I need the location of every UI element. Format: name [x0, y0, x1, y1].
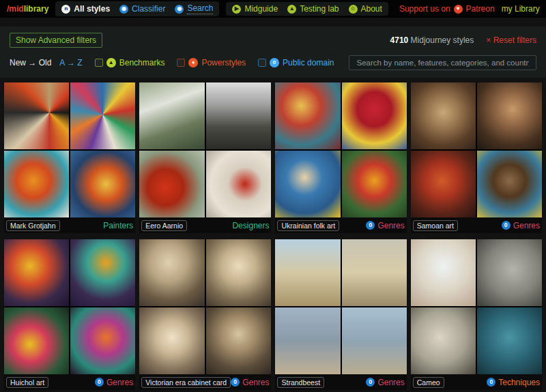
- styles-count: 4710 Midjourney styles: [390, 35, 474, 45]
- style-category[interactable]: 0 Painters: [103, 221, 133, 230]
- style-collage: [275, 82, 406, 217]
- public-domain-icon: 0: [366, 221, 375, 230]
- classifier-icon: ◉: [119, 5, 128, 14]
- support-patreon-link[interactable]: Support us on ♥ Patreon: [399, 4, 495, 14]
- style-category[interactable]: 0 Genres: [502, 221, 540, 230]
- my-library-link[interactable]: my Library: [502, 4, 540, 14]
- category-label: Genres: [513, 221, 540, 230]
- sort-a-z[interactable]: A → Z: [59, 58, 82, 67]
- style-category[interactable]: 0 Techniques: [487, 378, 540, 387]
- collage-image: [411, 307, 476, 374]
- style-category[interactable]: 0 Genres: [95, 378, 133, 387]
- style-collage: [139, 239, 271, 374]
- search-input[interactable]: [349, 55, 536, 70]
- style-category[interactable]: 0 Genres: [231, 378, 269, 387]
- collage-image: [139, 239, 205, 306]
- style-category[interactable]: 0 Designers: [232, 221, 269, 230]
- style-name[interactable]: Victorian era cabinet card: [141, 377, 231, 388]
- collage-image: [342, 239, 407, 306]
- style-card-eero-aarnio[interactable]: Eero Aarnio 0 Designers: [139, 82, 271, 233]
- card-caption: Huichol art 0 Genres: [4, 374, 135, 390]
- category-label: Genres: [377, 221, 404, 230]
- card-caption: Samoan art 0 Genres: [411, 217, 542, 233]
- style-name[interactable]: Eero Aarnio: [141, 220, 187, 231]
- reset-filters-button[interactable]: × Reset filters: [486, 35, 536, 45]
- style-card-ukrainian-folk-art[interactable]: Ukrainian folk art 0 Genres: [275, 82, 406, 233]
- sort-new-old[interactable]: New → Old: [10, 58, 51, 67]
- nav-item-classifier[interactable]: ◉ Classifier: [119, 4, 165, 14]
- support-text: Support us on: [399, 4, 450, 14]
- category-label: Painters: [103, 221, 133, 230]
- patreon-heart-icon: ♥: [454, 5, 463, 14]
- testing-lab-icon: ▲: [287, 5, 296, 14]
- about-icon: ☺: [349, 5, 358, 14]
- styles-count-number: 4710: [390, 35, 409, 45]
- nav-group-guides: ▶ Midguide ▲ Testing lab ☺ About: [226, 2, 388, 16]
- card-caption: Strandbeest 0 Genres: [275, 374, 406, 390]
- styles-count-label: Midjourney styles: [411, 35, 474, 45]
- filter-panel: Show Advanced filters 4710 Midjourney st…: [0, 27, 546, 78]
- show-advanced-filters-button[interactable]: Show Advanced filters: [10, 33, 102, 48]
- style-card-cameo[interactable]: Cameo 0 Techniques: [411, 239, 542, 390]
- style-name[interactable]: Mark Grotjahn: [6, 220, 60, 231]
- style-name[interactable]: Strandbeest: [277, 377, 324, 388]
- card-caption: Eero Aarnio 0 Designers: [139, 217, 271, 233]
- style-name[interactable]: Ukrainian folk art: [277, 220, 339, 231]
- style-collage: [411, 239, 542, 374]
- collage-image: [70, 151, 135, 217]
- search-icon: ◉: [175, 5, 184, 14]
- public-domain-checkbox[interactable]: [258, 59, 266, 67]
- nav-label: Search: [187, 3, 213, 14]
- midguide-icon: ▶: [232, 5, 241, 14]
- category-label: Genres: [242, 378, 269, 387]
- collage-image: [275, 239, 340, 306]
- collage-image: [275, 82, 340, 149]
- benchmarks-checkbox[interactable]: [95, 59, 103, 67]
- style-card-mark-grotjahn[interactable]: Mark Grotjahn 0 Painters: [4, 82, 135, 233]
- collage-image: [342, 82, 407, 149]
- filter-row-top: Show Advanced filters 4710 Midjourney st…: [10, 33, 536, 48]
- style-card-huichol-art[interactable]: Huichol art 0 Genres: [4, 239, 135, 390]
- collage-image: [206, 307, 272, 374]
- style-collage: [4, 82, 135, 217]
- style-card-samoan-art[interactable]: Samoan art 0 Genres: [411, 82, 542, 233]
- style-category[interactable]: 0 Genres: [366, 221, 404, 230]
- powerstyles-checkbox[interactable]: [177, 59, 185, 67]
- style-card-victorian-era-cabinet-card[interactable]: Victorian era cabinet card 0 Genres: [139, 239, 271, 390]
- collage-image: [139, 151, 205, 217]
- style-name[interactable]: Samoan art: [413, 220, 458, 231]
- nav-item-all-styles[interactable]: n All styles: [61, 4, 110, 14]
- style-collage: [4, 239, 135, 374]
- toggle-public-domain[interactable]: 0 Public domain: [258, 58, 334, 67]
- card-caption: Cameo 0 Techniques: [411, 374, 542, 390]
- powerstyles-flame-icon: ♦: [188, 58, 198, 67]
- nav-label: All styles: [74, 4, 110, 14]
- collage-image: [206, 151, 272, 217]
- nav-label: Testing lab: [300, 4, 339, 14]
- filter-row-sort: New → Old A → Z ▲ Benchmarks ♦ Powerstyl…: [10, 55, 536, 70]
- toggle-label: Public domain: [283, 58, 334, 67]
- style-category[interactable]: 0 Genres: [366, 378, 404, 387]
- toggle-label: Benchmarks: [119, 58, 165, 67]
- benchmarks-icon: ▲: [106, 58, 116, 67]
- site-logo[interactable]: /midlibrary: [7, 4, 48, 14]
- nav-item-search[interactable]: ◉ Search: [175, 3, 213, 14]
- style-collage: [139, 82, 271, 217]
- collage-image: [342, 151, 407, 217]
- toggle-powerstyles[interactable]: ♦ Powerstyles: [177, 58, 246, 67]
- nav-item-testing-lab[interactable]: ▲ Testing lab: [287, 4, 339, 14]
- style-name[interactable]: Cameo: [413, 377, 444, 388]
- category-label: Designers: [232, 221, 269, 230]
- nav-item-about[interactable]: ☺ About: [349, 4, 382, 14]
- collage-image: [4, 239, 69, 306]
- public-domain-icon: 0: [231, 378, 240, 387]
- toggle-benchmarks[interactable]: ▲ Benchmarks: [95, 58, 165, 67]
- card-caption: Victorian era cabinet card 0 Genres: [139, 374, 271, 390]
- nav-item-midguide[interactable]: ▶ Midguide: [232, 4, 278, 14]
- public-domain-icon: 0: [502, 221, 511, 230]
- collage-image: [477, 151, 542, 217]
- style-name[interactable]: Huichol art: [6, 377, 48, 388]
- style-card-strandbeest[interactable]: Strandbeest 0 Genres: [275, 239, 406, 390]
- collage-image: [4, 151, 69, 217]
- collage-image: [477, 82, 542, 149]
